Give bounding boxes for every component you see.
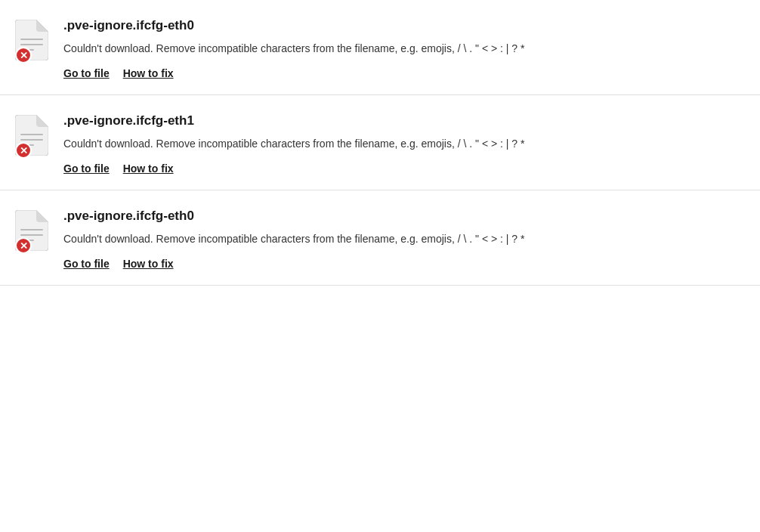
- error-badge: ✕: [15, 237, 32, 254]
- file-actions: Go to file How to fix: [63, 162, 745, 175]
- file-content: .pve-ignore.ifcfg-eth1 Couldn't download…: [63, 113, 745, 175]
- go-to-file-button[interactable]: Go to file: [63, 67, 110, 79]
- how-to-fix-button[interactable]: How to fix: [123, 162, 174, 175]
- error-badge: ✕: [15, 142, 32, 159]
- file-item: ✕ .pve-ignore.ifcfg-eth0 Couldn't downlo…: [0, 0, 760, 95]
- file-icon-wrapper: ✕: [15, 115, 54, 159]
- file-name: .pve-ignore.ifcfg-eth0: [63, 209, 745, 224]
- file-name: .pve-ignore.ifcfg-eth1: [63, 113, 745, 128]
- file-message: Couldn't download. Remove incompatible c…: [63, 41, 745, 57]
- how-to-fix-button[interactable]: How to fix: [123, 258, 174, 270]
- how-to-fix-button[interactable]: How to fix: [123, 67, 174, 79]
- go-to-file-button[interactable]: Go to file: [63, 258, 110, 270]
- main-container: ✕ .pve-ignore.ifcfg-eth0 Couldn't downlo…: [0, 0, 760, 532]
- file-item: ✕ .pve-ignore.ifcfg-eth0 Couldn't downlo…: [0, 190, 760, 286]
- file-content: .pve-ignore.ifcfg-eth0 Couldn't download…: [63, 209, 745, 270]
- file-icon-wrapper: ✕: [15, 210, 54, 254]
- file-message: Couldn't download. Remove incompatible c…: [63, 136, 745, 152]
- file-message: Couldn't download. Remove incompatible c…: [63, 231, 745, 247]
- file-actions: Go to file How to fix: [63, 67, 745, 79]
- file-icon-wrapper: ✕: [15, 20, 54, 63]
- file-item: ✕ .pve-ignore.ifcfg-eth1 Couldn't downlo…: [0, 95, 760, 190]
- file-name: .pve-ignore.ifcfg-eth0: [63, 18, 745, 33]
- file-content: .pve-ignore.ifcfg-eth0 Couldn't download…: [63, 18, 745, 79]
- file-actions: Go to file How to fix: [63, 258, 745, 270]
- go-to-file-button[interactable]: Go to file: [63, 162, 110, 175]
- error-badge: ✕: [15, 47, 32, 63]
